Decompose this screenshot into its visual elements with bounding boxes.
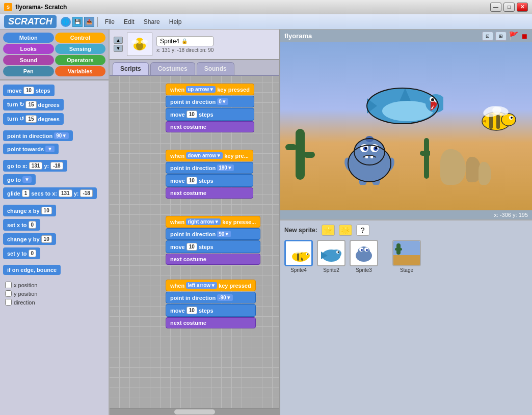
scratch-logo: SCRATCH bbox=[4, 15, 57, 28]
svg-point-56 bbox=[331, 250, 341, 258]
svg-rect-24 bbox=[365, 156, 368, 158]
menu-help[interactable]: Help bbox=[165, 16, 186, 27]
block-goto-xy: go to x: 131 y: -18 bbox=[3, 160, 105, 173]
point-direction-90[interactable]: point in direction 90▼ bbox=[166, 228, 260, 240]
scroll-thumb[interactable] bbox=[174, 409, 215, 414]
checkbox-direction-label: direction bbox=[14, 299, 35, 306]
green-flag-button[interactable]: 🚩 bbox=[509, 31, 519, 41]
sprite-item-sprite3[interactable]: Sprite3 bbox=[350, 240, 378, 273]
svg-point-22 bbox=[365, 147, 367, 149]
category-variables[interactable]: Variables bbox=[55, 66, 106, 76]
sprite-item-sprite4[interactable]: Sprite4 bbox=[284, 240, 313, 273]
point-direction-neg90[interactable]: point in direction -90▼ bbox=[166, 292, 256, 303]
menu-separator bbox=[97, 17, 98, 27]
when-left-arrow[interactable]: when left arrow▼ key pressed bbox=[166, 280, 256, 291]
move-10-steps-1[interactable]: move 10 steps bbox=[166, 108, 254, 121]
checkbox-direction: direction bbox=[3, 298, 105, 307]
script-group-up-arrow: when up arrow▼ key pressed point in dire… bbox=[166, 84, 254, 133]
point-direction-0[interactable]: point in direction 0▼ bbox=[166, 96, 254, 107]
rock-1 bbox=[440, 149, 466, 185]
checkbox-x-input[interactable] bbox=[5, 282, 12, 288]
next-costume-1[interactable]: next costume bbox=[166, 121, 254, 132]
stage-bottom-bar: x: -306 y: 195 bbox=[280, 210, 532, 219]
tab-costumes[interactable]: Costumes bbox=[150, 62, 195, 75]
move-10-steps-4[interactable]: move 10 steps bbox=[166, 304, 256, 317]
sprite-name-area: Sprite4 🔒 x: 131 y: -18 direction: 90 bbox=[156, 36, 214, 53]
stop-button[interactable]: ⏹ bbox=[521, 32, 528, 40]
categories: Motion Control Looks Sensing Sound Opera… bbox=[0, 30, 109, 80]
new-sprite-star-btn[interactable]: ⭐ bbox=[322, 225, 335, 236]
svg-rect-45 bbox=[420, 151, 430, 156]
block-point-towards: point towards ▼ bbox=[3, 144, 105, 156]
block-turn-ccw: turn ↺ 15 degrees bbox=[3, 113, 105, 126]
stage-fullscreen-btn[interactable]: ⊡ bbox=[482, 32, 493, 41]
stage-size-btn[interactable]: ⊞ bbox=[495, 32, 507, 41]
monster-sprite bbox=[341, 134, 397, 185]
sprite-item-sprite2[interactable]: Sprite2 bbox=[317, 240, 345, 273]
svg-rect-25 bbox=[370, 156, 373, 158]
checkbox-y-input[interactable] bbox=[5, 290, 12, 297]
sprite-info: ▲ ▼ Sprite4 🔒 x: 131 y: -18 direc bbox=[110, 30, 279, 60]
category-operators[interactable]: Operators bbox=[55, 55, 106, 65]
title-bar: S flyorama- Scratch — □ ✕ bbox=[0, 0, 532, 14]
checkbox-direction-input[interactable] bbox=[5, 299, 12, 306]
stage-thumb bbox=[392, 240, 421, 266]
new-sprite-bar: New sprite: ⭐ 🌟 ? bbox=[284, 225, 528, 236]
minimize-button[interactable]: — bbox=[490, 3, 501, 12]
when-down-arrow[interactable]: when down arrow▼ key pre... bbox=[166, 150, 253, 161]
move-10-steps-2[interactable]: move 10 steps bbox=[166, 174, 253, 187]
menu-edit[interactable]: Edit bbox=[120, 16, 139, 27]
category-looks[interactable]: Looks bbox=[3, 44, 54, 54]
sprite3-label: Sprite3 bbox=[356, 267, 372, 273]
svg-rect-47 bbox=[297, 253, 299, 261]
menu-file[interactable]: File bbox=[101, 16, 119, 27]
move-10-steps-3[interactable]: move 10 steps bbox=[166, 240, 260, 253]
category-sound[interactable]: Sound bbox=[3, 55, 54, 65]
new-sprite-surprise-btn[interactable]: ? bbox=[356, 225, 369, 236]
svg-rect-66 bbox=[393, 255, 420, 265]
sprite4-label: Sprite4 bbox=[290, 267, 307, 273]
block-turn-cw: turn ↻ 15 degrees bbox=[3, 99, 105, 112]
maximize-button[interactable]: □ bbox=[503, 3, 515, 12]
export-icon[interactable]: 📤 bbox=[84, 17, 94, 27]
tab-sounds[interactable]: Sounds bbox=[197, 62, 234, 75]
save-icon[interactable]: 💾 bbox=[72, 17, 83, 27]
stage-label: Stage bbox=[400, 267, 413, 273]
svg-rect-68 bbox=[395, 248, 402, 251]
globe-icon[interactable]: 🌐 bbox=[61, 17, 71, 27]
sprite-item-stage[interactable]: Stage bbox=[392, 240, 421, 273]
next-costume-2[interactable]: next costume bbox=[166, 187, 253, 199]
checkbox-y-position: y position bbox=[3, 289, 105, 298]
app-icon: S bbox=[4, 3, 12, 11]
scripts-canvas[interactable]: when up arrow▼ key pressed point in dire… bbox=[110, 76, 279, 408]
svg-point-3 bbox=[131, 40, 139, 44]
when-up-arrow[interactable]: when up arrow▼ key pressed bbox=[166, 84, 254, 95]
category-motion[interactable]: Motion bbox=[3, 33, 54, 43]
stage-controls: ⊡ ⊞ 🚩 ⏹ bbox=[482, 31, 528, 41]
block-if-on-edge: if on edge, bounce bbox=[3, 265, 105, 276]
point-direction-180[interactable]: point in direction 180▼ bbox=[166, 162, 253, 174]
block-move: move 10 steps bbox=[3, 85, 105, 98]
svg-rect-35 bbox=[496, 114, 500, 129]
menu-share[interactable]: Share bbox=[140, 16, 164, 27]
close-button[interactable]: ✕ bbox=[517, 3, 528, 12]
rock-3 bbox=[478, 162, 491, 185]
category-control[interactable]: Control bbox=[55, 33, 106, 43]
scripts-h-scrollbar[interactable] bbox=[110, 408, 279, 415]
svg-point-60 bbox=[358, 246, 370, 257]
category-pen[interactable]: Pen bbox=[3, 66, 54, 76]
new-sprite-paint-btn[interactable]: 🌟 bbox=[339, 225, 352, 236]
cactus-right bbox=[420, 138, 430, 180]
when-right-arrow[interactable]: when right arrow▼ key presse... bbox=[166, 216, 260, 228]
stage-title: flyorama bbox=[284, 32, 312, 40]
next-costume-4[interactable]: next costume bbox=[166, 317, 256, 328]
next-costume-3[interactable]: next costume bbox=[166, 254, 260, 265]
tab-scripts[interactable]: Scripts bbox=[113, 62, 149, 75]
category-sensing[interactable]: Sensing bbox=[55, 44, 106, 54]
nav-up-arrow[interactable]: ▲ bbox=[114, 37, 123, 44]
svg-point-49 bbox=[301, 252, 310, 259]
tab-bar: Scripts Costumes Sounds bbox=[110, 60, 279, 76]
block-glide: glide 1 secs to x: 131 y: -18 bbox=[3, 187, 105, 201]
shark-sprite bbox=[362, 73, 443, 134]
nav-down-arrow[interactable]: ▼ bbox=[114, 45, 123, 52]
